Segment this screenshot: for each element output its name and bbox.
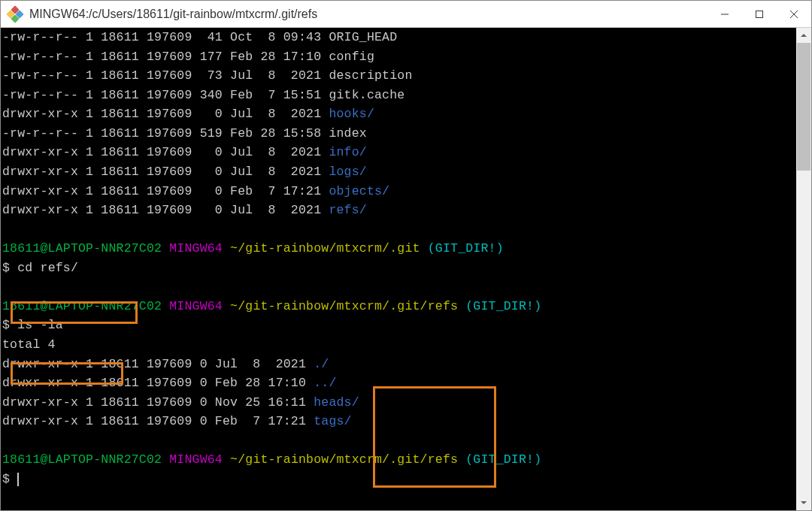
ls-line: drwxr-xr-x 1 18611 197609 0 Feb 7 17:21 (2, 184, 329, 198)
ls-entry-dir: tags/ (314, 414, 352, 428)
minimize-button[interactable] (707, 1, 742, 28)
prompt-user: 18611@LAPTOP-NNR27C02 (2, 299, 162, 313)
ls-entry-dir: hooks/ (329, 107, 374, 121)
ls-line: -rw-r--r-- 1 18611 197609 177 Feb 28 17:… (2, 50, 329, 64)
ls-line: -rw-r--r-- 1 18611 197609 519 Feb 28 15:… (2, 126, 329, 141)
ls-entry-dir: ../ (314, 376, 336, 390)
svg-rect-1 (756, 11, 763, 17)
ls-line: drwxr-xr-x 1 18611 197609 0 Jul 8 2021 (2, 203, 329, 217)
titlebar[interactable]: MINGW64:/c/Users/18611/git-rainbow/mtxcr… (1, 1, 811, 28)
dollar: $ (2, 261, 17, 275)
ls-entry-dir: refs/ (329, 203, 367, 217)
mingw-icon (8, 8, 22, 21)
prompt-env: MINGW64 (169, 452, 223, 467)
ls-entry-dir: ./ (314, 357, 329, 371)
dollar: $ (2, 318, 17, 332)
prompt-path: ~/git-rainbow/mtxcrm/.git/refs (230, 299, 458, 313)
prompt-path: ~/git-rainbow/mtxcrm/.git/refs (230, 452, 458, 467)
ls-entry-file: gitk.cache (329, 88, 404, 102)
window: MINGW64:/c/Users/18611/git-rainbow/mtxcr… (0, 0, 812, 511)
ls-entry-file: description (329, 68, 412, 83)
ls-line: drwxr-xr-x 1 18611 197609 0 Feb 7 17:21 (2, 414, 314, 428)
client-area: -rw-r--r-- 1 18611 197609 41 Oct 8 09:43… (1, 28, 811, 510)
ls-line: drwxr-xr-x 1 18611 197609 0 Feb 28 17:10 (2, 376, 314, 390)
ls-line: drwxr-xr-x 1 18611 197609 0 Nov 25 16:11 (2, 395, 314, 410)
prompt-git: (GIT_DIR!) (465, 299, 541, 313)
ls-entry-file: config (329, 50, 374, 64)
ls-line: drwxr-xr-x 1 18611 197609 0 Jul 8 2021 (2, 357, 314, 371)
command-text: ls -la (17, 318, 63, 332)
ls-line: drwxr-xr-x 1 18611 197609 0 Jul 8 2021 (2, 165, 329, 179)
command-text: cd refs/ (17, 261, 78, 275)
prompt-env: MINGW64 (169, 241, 223, 256)
ls-entry-file: ORIG_HEAD (329, 30, 397, 44)
prompt-env: MINGW64 (169, 299, 223, 313)
scroll-down-button[interactable] (796, 495, 811, 510)
ls-line: -rw-r--r-- 1 18611 197609 41 Oct 8 09:43 (2, 30, 329, 44)
dollar: $ (2, 472, 17, 486)
scroll-up-button[interactable] (796, 28, 811, 43)
prompt-git: (GIT_DIR!) (428, 241, 504, 256)
maximize-button[interactable] (742, 1, 777, 28)
ls-entry-dir: heads/ (314, 395, 359, 410)
terminal[interactable]: -rw-r--r-- 1 18611 197609 41 Oct 8 09:43… (1, 28, 796, 491)
ls-line: drwxr-xr-x 1 18611 197609 0 Jul 8 2021 (2, 107, 329, 121)
scroll-track[interactable] (796, 43, 811, 495)
window-controls (707, 1, 811, 28)
scroll-thumb[interactable] (797, 43, 810, 171)
ls-entry-dir: logs/ (329, 165, 367, 179)
prompt-path: ~/git-rainbow/mtxcrm/.git (230, 241, 420, 256)
prompt-user: 18611@LAPTOP-NNR27C02 (2, 241, 162, 256)
window-title: MINGW64:/c/Users/18611/git-rainbow/mtxcr… (29, 8, 707, 21)
ls-line: -rw-r--r-- 1 18611 197609 73 Jul 8 2021 (2, 68, 329, 83)
ls-line: drwxr-xr-x 1 18611 197609 0 Jul 8 2021 (2, 145, 329, 159)
prompt-git: (GIT_DIR!) (465, 452, 541, 467)
ls-entry-dir: objects/ (329, 184, 389, 198)
ls-total: total 4 (2, 337, 56, 352)
scrollbar-vertical[interactable] (796, 28, 811, 510)
prompt-user: 18611@LAPTOP-NNR27C02 (2, 452, 162, 467)
cursor (17, 473, 19, 486)
ls-entry-file: index (329, 126, 367, 141)
close-button[interactable] (777, 1, 811, 28)
ls-line: -rw-r--r-- 1 18611 197609 340 Feb 7 15:5… (2, 88, 329, 102)
ls-entry-dir: info/ (329, 145, 367, 159)
